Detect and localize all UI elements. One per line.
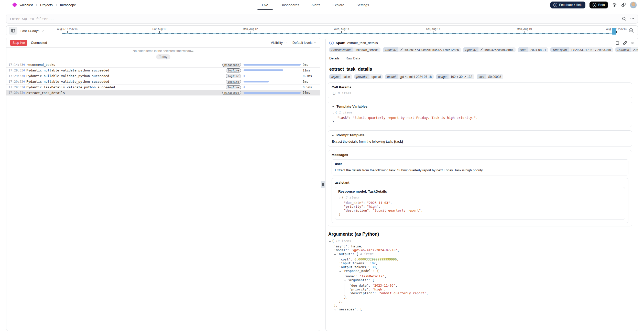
tree-line: 'async': False,	[329, 244, 632, 248]
chevron-up-icon[interactable]	[332, 134, 335, 137]
timeline-tick: Mon, Aug 12	[243, 27, 258, 33]
token-punct: ,	[376, 265, 378, 269]
tree-line: 'due_date': '2023-11-03',	[329, 284, 632, 287]
collapse-chevron-icon[interactable]	[344, 278, 346, 284]
token-punct: ,	[378, 205, 380, 208]
row-duration-label: 11ms	[301, 69, 318, 72]
prompt-template-card: Prompt Template Extract the details from…	[328, 130, 632, 147]
chevron-down-icon	[314, 41, 316, 44]
span-kind-icon	[22, 64, 26, 66]
more-menu-icon[interactable]	[630, 16, 635, 21]
time-range-dropdown[interactable]: Last 14 days	[20, 29, 44, 33]
sql-filter-input[interactable]	[10, 17, 618, 21]
live-row[interactable]: 17:29:33Pydantic nullable validate_pytho…	[6, 67, 320, 73]
logfire-logo-icon[interactable]	[12, 2, 17, 7]
row-tag-badge[interactable]: logfire	[226, 68, 241, 72]
live-row[interactable]: 17:14:43recommend_booksmirascope9ms	[6, 62, 320, 67]
timeline-tick-label: Sat, Aug 10	[152, 27, 166, 30]
token-pkey: 'arguments'	[347, 278, 368, 284]
timeline-tick-label: Sat, Aug 17	[426, 27, 440, 30]
pill-value[interactable]: #c3b5157330ea5c1fd4572747af512d26	[398, 47, 461, 52]
chevron-up-icon[interactable]	[332, 105, 335, 108]
default-levels-dropdown[interactable]: Default levels	[292, 41, 316, 45]
drag-handle[interactable]	[321, 181, 325, 188]
time-range-label: Last 14 days	[20, 29, 39, 33]
beta-button[interactable]: i Beta	[590, 2, 608, 8]
pill-label: Duration	[615, 47, 631, 52]
detail-tab-raw-data[interactable]: Raw Data	[346, 56, 360, 62]
chevron-down-icon	[41, 29, 44, 32]
collapse-chevron-icon[interactable]	[334, 307, 336, 313]
tree-line: 'arguments': {	[329, 278, 632, 284]
call-params-card: Call Params {} 0 items	[328, 82, 632, 98]
row-duration-track	[244, 92, 301, 94]
collapse-chevron-icon[interactable]	[339, 269, 341, 274]
messages-heading: Messages	[332, 153, 628, 157]
row-duration-label: 30ms	[301, 91, 318, 95]
sidebar-toggle-button[interactable]	[9, 27, 17, 35]
token-punct: ,	[376, 261, 378, 265]
search-icon[interactable]	[622, 16, 626, 21]
template-variables-card: Template Variables { 1 items"task": "Sub…	[328, 102, 632, 127]
token-punct: }	[332, 120, 334, 124]
row-tag-badge[interactable]: logfire	[226, 85, 241, 89]
split-panel-icon[interactable]	[615, 41, 619, 45]
span-info-icon: i	[329, 41, 334, 45]
tree-line: {} 0 items	[332, 91, 628, 95]
token-punct: ,	[390, 201, 392, 205]
response-model-card: Response model: TaskDetails { 3 items"du…	[335, 187, 625, 220]
collapse-chevron-icon[interactable]	[329, 239, 331, 244]
token-meta: 1 items	[339, 110, 353, 116]
collapse-chevron-icon[interactable]	[339, 195, 341, 201]
link-icon	[400, 48, 403, 51]
feedback-help-button[interactable]: ? Feedback / Help	[550, 2, 585, 8]
timeline-tick: Aug 07, 17:26:14	[57, 27, 78, 33]
pill-value[interactable]: #9c942620aa93dbb4	[478, 47, 516, 52]
stop-live-button[interactable]: Stop live	[10, 40, 27, 46]
row-tag-badge[interactable]: mirascope	[222, 91, 241, 95]
copy-link-icon[interactable]	[623, 41, 627, 45]
zoom-in-icon[interactable]	[628, 28, 634, 33]
live-row[interactable]: 17:29:33extract_task_detailsmirascope30m…	[6, 90, 320, 96]
indent-guide	[329, 244, 334, 248]
feedback-help-label: Feedback / Help	[559, 3, 582, 7]
breadcrumb-project[interactable]: mirascope	[60, 3, 76, 7]
panel-resize-divider[interactable]	[320, 38, 325, 331]
timeline-tick-mark	[67, 31, 68, 33]
token-pkey: 'messages'	[337, 307, 356, 313]
close-icon[interactable]	[631, 41, 634, 45]
breadcrumb-org[interactable]: willbakst	[20, 3, 33, 7]
pill-value: 102 + 30 -> 132	[449, 74, 474, 79]
collapse-chevron-icon[interactable]	[332, 110, 334, 116]
token-pkey: 'input_tokens'	[339, 261, 366, 265]
theme-toggle-icon[interactable]	[612, 2, 617, 7]
nav-tab-explore[interactable]: Explore	[332, 0, 345, 10]
live-list: 17:14:43recommend_booksmirascope9ms17:29…	[6, 62, 320, 96]
live-row[interactable]: 17:29:33Pydantic nullable validate_pytho…	[6, 79, 320, 84]
nav-tab-dashboards[interactable]: Dashboards	[279, 0, 300, 10]
token-punct: ,	[397, 248, 399, 252]
row-duration-track	[244, 81, 301, 82]
nav-tab-settings[interactable]: Settings	[355, 0, 370, 10]
nav-tab-live[interactable]: Live	[261, 0, 269, 10]
meta-time-span-pill: Time span17:29:33.917 to 17:29:33.946	[550, 47, 613, 52]
row-tag-badge[interactable]: logfire	[226, 74, 241, 78]
token-str: "2023-11-03"	[367, 201, 390, 205]
breadcrumb-projects[interactable]: Projects	[40, 3, 53, 7]
live-row[interactable]: 17:29:33Pydantic TaskDetails validate_py…	[6, 84, 320, 90]
token-punct: ,	[476, 116, 478, 120]
row-tag-badge[interactable]: logfire	[226, 80, 241, 84]
token-str: 'high'	[372, 287, 384, 291]
timeline-tick-label: Mon, Aug 12	[243, 27, 258, 30]
user-avatar[interactable]	[630, 2, 637, 8]
timeline-selection[interactable]	[612, 28, 616, 35]
visibility-dropdown[interactable]: Visibility	[271, 41, 287, 45]
detail-tab-details[interactable]: Details	[329, 56, 340, 62]
token-punct: : [	[356, 307, 362, 313]
share-link-icon[interactable]	[621, 3, 626, 7]
nav-tab-alerts[interactable]: Alerts	[310, 0, 321, 10]
row-tag-badge[interactable]: mirascope	[222, 63, 241, 67]
timeline-track[interactable]	[62, 33, 612, 34]
live-row[interactable]: 17:29:33Pydantic nullable validate_pytho…	[6, 73, 320, 79]
collapse-chevron-icon[interactable]	[334, 252, 336, 257]
